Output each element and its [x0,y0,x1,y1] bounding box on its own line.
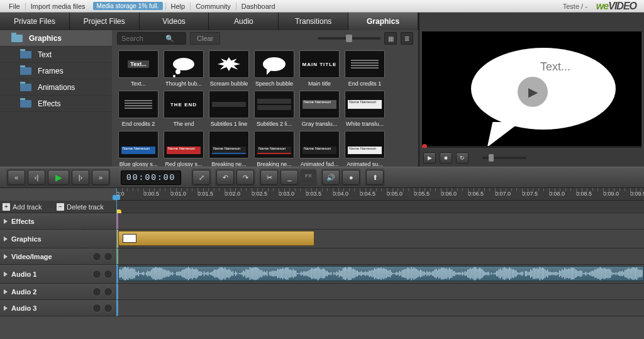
track-lane-audio-3[interactable] [116,300,644,316]
graphic-item-speech-bubble[interactable]: Speech bubble [253,50,296,87]
sidebar-item-effects[interactable]: Effects [0,96,112,112]
track-head-effects[interactable]: Effects [0,213,75,229]
graphic-item-end-credits-2[interactable]: End credits 2 [117,91,160,127]
track-head-video[interactable]: Video/Image [0,248,75,264]
redo-button[interactable]: ↷ [236,170,254,185]
preview-play-overlay[interactable]: ▶ [518,77,548,107]
track-knob[interactable] [104,287,113,296]
user-menu[interactable]: Teste / - [558,3,592,10]
track-controls: +Add track −Delete track [0,201,644,213]
search-box[interactable]: 🔍 [117,32,186,45]
preview-loop-button[interactable]: ↻ [456,152,469,164]
graphic-item-animated-subtitle[interactable]: Name NamesonAnimated su... [343,131,386,167]
track-lane-audio-2[interactable] [116,284,644,299]
graphic-item-white-translucent[interactable]: Name NamesonWhite translu... [343,91,386,127]
tab-audio[interactable]: Audio [209,13,279,30]
clip-speech-bubble[interactable] [118,231,314,246]
add-track-button[interactable]: +Add track [0,203,57,211]
folder-icon [11,35,23,42]
library-grid: Text...Text... Thought bub... Scream bub… [117,50,413,167]
fullscreen-button[interactable]: ⤢ [192,170,210,185]
search-input[interactable] [121,35,165,42]
graphic-item-the-end[interactable]: THE ENDThe end [162,91,205,127]
sidebar-label: Text [38,50,52,59]
track-knob[interactable] [92,270,101,279]
step-forward-button[interactable]: |› [72,170,89,185]
fx-button[interactable]: FX [301,170,316,181]
track-lane-audio-1[interactable] [116,265,644,283]
tab-transitions[interactable]: Transitions [279,13,348,30]
volume-button[interactable]: 🔊 [322,170,340,185]
graphic-item-gray-translucent[interactable]: Name NamesonGray translu... [298,91,341,127]
library-grid-scroll[interactable]: Text...Text... Thought bub... Scream bub… [112,47,418,167]
graphic-item-red-glossy[interactable]: Name NamesonRed glossy s... [162,131,205,167]
preview-scrubber[interactable] [422,146,641,148]
graphic-item-thought-bubble[interactable]: Thought bub... [162,50,205,87]
media-storage-badge[interactable]: Media storage 1% full. [93,2,163,10]
menu-community[interactable]: Community [190,3,236,10]
step-back-button[interactable]: ‹| [28,170,45,185]
clip-thumbnail [123,234,136,243]
graphic-item-subtitles-2[interactable]: Subtitles 2 li... [253,91,296,127]
preview-playhead-dot[interactable] [422,144,427,148]
preview-stop-button[interactable]: ■ [440,152,452,164]
play-button[interactable]: ▶ [48,170,69,185]
cut-button[interactable]: ✂ [260,170,278,185]
preview-volume-slider[interactable] [482,157,526,159]
thought-bubble-icon [173,58,194,70]
menu-import[interactable]: Import media files [25,3,91,10]
track-knob[interactable] [104,270,113,279]
track-head-graphics[interactable]: Graphics [0,230,75,248]
clear-button[interactable]: Clear [190,32,220,45]
graphic-item-animated-fade[interactable]: Name NamesonAnimated fad... [298,131,341,167]
graphic-item-text[interactable]: Text...Text... [117,50,160,87]
track-head-audio-3[interactable]: Audio 3 [0,300,75,316]
track-video: Video/Image [0,248,644,265]
undo-button[interactable]: ↶ [216,170,234,185]
folder-icon [20,51,31,58]
record-button[interactable]: ● [342,170,360,185]
graphic-item-breaking-news-red[interactable]: Name NamesonBreaking ne... [253,131,296,167]
sidebar-label: Graphics [29,34,62,43]
split-button[interactable]: ⎯ [280,170,298,185]
track-knob[interactable] [92,252,101,261]
track-knob[interactable] [92,287,101,296]
graphic-item-blue-glossy[interactable]: Name NamesonBlue glossy s... [117,131,160,167]
rewind-start-button[interactable]: « [8,170,25,185]
timeline-ruler[interactable]: 0:00:00.50:01.00:01.50:02.00:02.50:03.00… [116,188,644,201]
track-knob[interactable] [104,252,113,261]
graphic-item-subtitles-1[interactable]: Subtitles 1 line [208,91,250,127]
graphic-item-end-credits-1[interactable]: End credits 1 [343,50,386,87]
sidebar-item-animations[interactable]: Animations [0,79,112,96]
view-grid-button[interactable]: ▦ [384,32,397,45]
view-list-button[interactable]: ≣ [401,32,413,45]
menu-dashboard[interactable]: Dashboard [236,3,280,10]
graphic-item-main-title[interactable]: MAIN TITLEMain title [298,50,341,87]
preview-play-button[interactable]: ▶ [423,152,436,164]
track-head-audio-1[interactable]: Audio 1 [0,265,75,283]
clip-audio[interactable] [118,266,644,281]
track-head-audio-2[interactable]: Audio 2 [0,284,75,299]
delete-track-button[interactable]: −Delete track [57,203,116,211]
track-lane-effects[interactable] [116,213,644,229]
track-lane-video[interactable] [116,248,644,264]
tab-videos[interactable]: Videos [140,13,209,30]
sidebar-item-graphics[interactable]: Graphics [0,30,112,47]
track-knob[interactable] [92,304,101,313]
track-knob[interactable] [104,304,113,313]
forward-end-button[interactable]: » [92,170,109,185]
tab-project-files[interactable]: Project Files [70,13,140,30]
track-effects: Effects [0,213,644,230]
export-button[interactable]: ⬆ [366,170,384,185]
graphic-item-breaking-news-blue[interactable]: Name NamesonBreaking ne... [208,131,250,167]
preview-viewport[interactable]: Text... ▶ [422,31,641,148]
graphic-item-scream-bubble[interactable]: Scream bubble [208,50,250,87]
track-lane-graphics[interactable] [116,230,644,248]
tab-graphics[interactable]: Graphics [348,13,418,30]
sidebar-item-frames[interactable]: Frames [0,63,112,79]
menu-file[interactable]: File [4,3,25,10]
menu-help[interactable]: Help [165,3,191,10]
tab-private-files[interactable]: Private Files [0,13,70,30]
sidebar-item-text[interactable]: Text [0,47,112,63]
thumbnail-size-slider[interactable] [318,37,380,40]
